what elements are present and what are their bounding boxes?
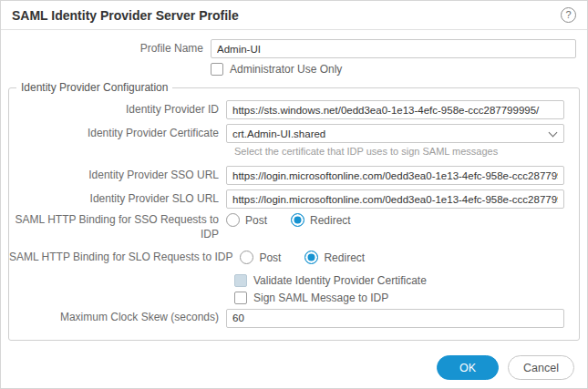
slo-binding-redirect-radio[interactable]: Redirect [304, 251, 365, 264]
sign-saml-row: Sign SAML Message to IDP [234, 292, 564, 304]
slo-url-input[interactable] [226, 189, 564, 209]
slo-binding-label: SAML HTTP Binding for SLO Requests to ID… [9, 251, 240, 265]
radio-icon [291, 213, 304, 227]
profile-name-input[interactable] [211, 39, 576, 58]
admin-only-label: Administrator Use Only [230, 63, 342, 76]
cancel-button[interactable]: Cancel [508, 355, 574, 380]
admin-only-row: Administrator Use Only [1, 63, 576, 76]
saml-idp-server-profile-dialog: SAML Identity Provider Server Profile ? … [0, 0, 588, 389]
sso-binding-label: SAML HTTP Binding for SSO Requests to ID… [9, 213, 226, 241]
sso-binding-redirect-radio[interactable]: Redirect [291, 213, 351, 227]
sso-binding-redirect-label: Redirect [310, 214, 351, 227]
idp-certificate-help-text: Select the certificate that IDP uses to … [234, 146, 564, 157]
sso-url-label: Identity Provider SSO URL [9, 169, 226, 183]
clock-skew-row: Maximum Clock Skew (seconds) [9, 309, 564, 328]
validate-cert-checkbox[interactable] [234, 274, 247, 287]
radio-icon [240, 251, 253, 264]
clock-skew-label: Maximum Clock Skew (seconds) [9, 311, 226, 325]
idp-certificate-row: Identity Provider Certificate crt.Admin-… [9, 124, 564, 143]
idp-certificate-value: crt.Admin-UI.shared [232, 128, 325, 139]
ok-button[interactable]: OK [437, 355, 499, 380]
profile-name-row: Profile Name [1, 39, 576, 58]
dialog-title: SAML Identity Provider Server Profile [12, 8, 239, 23]
section-legend: Identity Provider Configuration [16, 81, 172, 94]
dialog-titlebar: SAML Identity Provider Server Profile ? [1, 1, 587, 30]
sso-binding-post-radio[interactable]: Post [226, 213, 267, 227]
sso-url-input[interactable] [226, 166, 564, 185]
sso-binding-radio-group: Post Redirect [226, 213, 351, 227]
sso-url-row: Identity Provider SSO URL [9, 166, 564, 185]
clock-skew-input[interactable] [226, 309, 564, 328]
admin-only-checkbox[interactable] [211, 63, 223, 76]
idp-certificate-select[interactable]: crt.Admin-UI.shared [226, 124, 564, 143]
slo-binding-radio-group: Post Redirect [240, 251, 365, 264]
sign-saml-label: Sign SAML Message to IDP [253, 292, 388, 304]
slo-binding-redirect-label: Redirect [324, 251, 365, 264]
profile-name-label: Profile Name [1, 42, 211, 56]
slo-binding-post-radio[interactable]: Post [240, 251, 281, 264]
chevron-down-icon [549, 128, 558, 137]
radio-icon [226, 213, 240, 227]
slo-url-label: Identity Provider SLO URL [9, 192, 226, 207]
slo-url-row: Identity Provider SLO URL [9, 189, 564, 209]
radio-icon [304, 251, 318, 264]
idp-id-row: Identity Provider ID [9, 100, 564, 119]
sso-binding-post-label: Post [245, 214, 267, 227]
sign-saml-checkbox[interactable] [234, 292, 247, 304]
sso-binding-row: SAML HTTP Binding for SSO Requests to ID… [9, 213, 564, 241]
idp-id-label: Identity Provider ID [9, 103, 226, 118]
help-icon[interactable]: ? [561, 7, 576, 23]
slo-binding-row: SAML HTTP Binding for SLO Requests to ID… [9, 251, 564, 265]
slo-binding-post-label: Post [259, 251, 281, 264]
dialog-footer: OK Cancel [437, 355, 574, 380]
identity-provider-configuration-section: Identity Provider Configuration Identity… [8, 81, 580, 341]
validate-cert-label: Validate Identity Provider Certificate [253, 274, 427, 287]
validate-cert-row: Validate Identity Provider Certificate [234, 274, 564, 287]
idp-certificate-label: Identity Provider Certificate [9, 127, 226, 141]
idp-id-input[interactable] [226, 100, 564, 119]
